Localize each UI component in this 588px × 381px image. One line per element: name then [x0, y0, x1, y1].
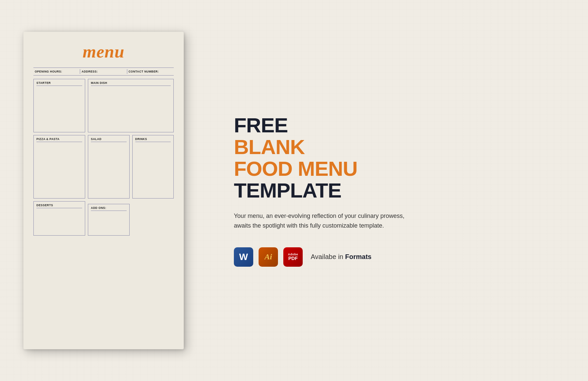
pizza-pasta-label: PIZZA & PASTA	[36, 137, 82, 142]
headline-line2: BLANK	[234, 136, 408, 158]
salad-box: SALAD	[88, 135, 130, 199]
left-section: menu OPENING HOURS: ADDRESS: CONTACT NUM…	[0, 0, 207, 381]
format-available-text: Availabe in Formats	[311, 253, 372, 261]
contact-label: CONTACT NUMBER:	[127, 69, 174, 74]
opening-hours-label: OPENING HOURS:	[33, 69, 80, 74]
headline-line4: TEMPLATE	[234, 179, 408, 201]
menu-title: menu	[33, 42, 174, 61]
word-letter: W	[239, 252, 248, 262]
headline-line1: FREE	[234, 114, 408, 136]
row-pizza-salad-drinks: PIZZA & PASTA SALAD DRINKS	[33, 135, 174, 199]
right-section: FREE BLANK FOOD MENU TEMPLATE Your menu,…	[207, 0, 588, 381]
format-bold-text: Formats	[345, 253, 372, 260]
headline: FREE BLANK FOOD MENU TEMPLATE	[234, 114, 408, 201]
description-text: Your menu, an ever-evolving reflection o…	[234, 211, 408, 231]
pizza-pasta-box: PIZZA & PASTA	[33, 135, 85, 199]
pdf-icon[interactable]: Adobe PDF	[283, 247, 303, 267]
row-desserts-addons: DESSERTS ADD ONS:	[33, 201, 174, 236]
menu-grid: STARTER MAIN DISH PIZZA & PASTA SALAD DR…	[33, 79, 174, 236]
starter-label: STARTER	[36, 81, 82, 86]
pdf-label: Adobe PDF	[288, 253, 298, 261]
desserts-label: DESSERTS	[36, 204, 82, 208]
menu-card: menu OPENING HOURS: ADDRESS: CONTACT NUM…	[23, 32, 184, 349]
ai-letter: Ai	[265, 252, 272, 261]
add-ons-box: ADD ONS:	[88, 204, 130, 236]
row-starter-main: STARTER MAIN DISH	[33, 79, 174, 132]
drinks-box: DRINKS	[132, 135, 174, 199]
menu-info-row: OPENING HOURS: ADDRESS: CONTACT NUMBER:	[33, 68, 174, 76]
format-pre-text: Availabe in	[311, 253, 345, 260]
word-icon[interactable]: W	[234, 247, 253, 267]
desserts-box: DESSERTS	[33, 201, 85, 236]
salad-label: SALAD	[91, 137, 127, 142]
content-block: FREE BLANK FOOD MENU TEMPLATE Your menu,…	[234, 114, 408, 267]
main-dish-box: MAIN DISH	[88, 79, 174, 132]
drinks-label: DRINKS	[135, 137, 171, 142]
formats-row: W Ai Adobe PDF Availabe in Formats	[234, 247, 408, 267]
address-label: ADDRESS:	[80, 69, 127, 74]
headline-line3: FOOD MENU	[234, 158, 408, 179]
ai-icon[interactable]: Ai	[259, 247, 278, 267]
add-ons-label: ADD ONS:	[91, 206, 127, 211]
main-dish-label: MAIN DISH	[91, 81, 171, 86]
starter-box: STARTER	[33, 79, 85, 132]
